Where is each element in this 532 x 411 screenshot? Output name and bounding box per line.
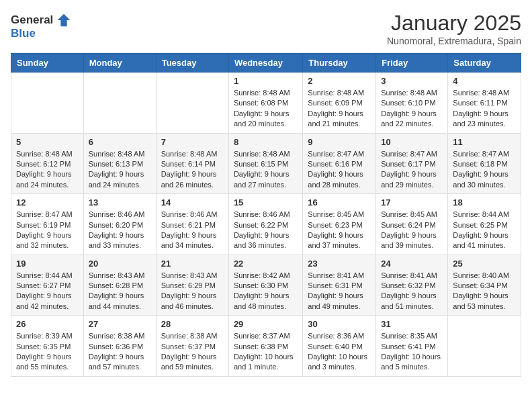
day-number: 16 — [308, 197, 371, 208]
logo-general-text: General — [11, 13, 53, 27]
day-info: Sunrise: 8:43 AM Sunset: 6:28 PM Dayligh… — [89, 271, 151, 312]
calendar-cell: 6Sunrise: 8:48 AM Sunset: 6:13 PM Daylig… — [83, 133, 156, 194]
calendar-cell — [156, 73, 228, 134]
calendar-cell: 23Sunrise: 8:41 AM Sunset: 6:31 PM Dayli… — [303, 255, 376, 316]
day-number: 6 — [89, 137, 151, 147]
calendar-cell: 17Sunrise: 8:45 AM Sunset: 6:24 PM Dayli… — [376, 194, 448, 255]
calendar-cell: 3Sunrise: 8:48 AM Sunset: 6:10 PM Daylig… — [376, 73, 448, 134]
calendar-cell: 10Sunrise: 8:47 AM Sunset: 6:17 PM Dayli… — [376, 133, 448, 194]
day-number: 8 — [234, 137, 298, 147]
day-number: 13 — [89, 197, 151, 208]
calendar-cell: 15Sunrise: 8:46 AM Sunset: 6:22 PM Dayli… — [228, 194, 302, 255]
day-info: Sunrise: 8:45 AM Sunset: 6:23 PM Dayligh… — [308, 210, 371, 251]
day-info: Sunrise: 8:45 AM Sunset: 6:24 PM Dayligh… — [381, 210, 443, 251]
day-info: Sunrise: 8:39 AM Sunset: 6:35 PM Dayligh… — [16, 331, 79, 373]
weekday-header: Wednesday — [228, 54, 302, 73]
day-info: Sunrise: 8:46 AM Sunset: 6:21 PM Dayligh… — [161, 210, 224, 251]
title-area: January 2025 Nunomoral, Extremadura, Spa… — [387, 11, 521, 46]
day-info: Sunrise: 8:44 AM Sunset: 6:25 PM Dayligh… — [453, 210, 516, 251]
calendar-week-row: 26Sunrise: 8:39 AM Sunset: 6:35 PM Dayli… — [11, 316, 521, 377]
calendar-cell: 25Sunrise: 8:40 AM Sunset: 6:34 PM Dayli… — [448, 255, 521, 316]
day-info: Sunrise: 8:48 AM Sunset: 6:11 PM Dayligh… — [453, 88, 516, 130]
calendar-cell: 11Sunrise: 8:47 AM Sunset: 6:18 PM Dayli… — [448, 133, 521, 194]
weekday-header: Saturday — [448, 54, 521, 73]
day-info: Sunrise: 8:35 AM Sunset: 6:41 PM Dayligh… — [381, 331, 443, 373]
calendar-cell: 8Sunrise: 8:48 AM Sunset: 6:15 PM Daylig… — [228, 133, 302, 194]
day-number: 29 — [234, 319, 298, 329]
day-info: Sunrise: 8:44 AM Sunset: 6:27 PM Dayligh… — [16, 271, 79, 312]
calendar-cell: 16Sunrise: 8:45 AM Sunset: 6:23 PM Dayli… — [303, 194, 376, 255]
day-number: 24 — [381, 259, 443, 269]
weekday-header: Friday — [376, 54, 448, 73]
day-info: Sunrise: 8:38 AM Sunset: 6:36 PM Dayligh… — [89, 331, 151, 373]
day-number: 17 — [381, 197, 443, 208]
calendar-cell: 13Sunrise: 8:46 AM Sunset: 6:20 PM Dayli… — [83, 194, 156, 255]
day-number: 28 — [161, 319, 224, 329]
calendar-cell — [11, 73, 84, 134]
calendar-cell — [83, 73, 156, 134]
day-info: Sunrise: 8:47 AM Sunset: 6:19 PM Dayligh… — [16, 210, 79, 251]
logo-blue-text: Blue — [11, 27, 73, 40]
calendar-week-row: 5Sunrise: 8:48 AM Sunset: 6:12 PM Daylig… — [11, 133, 521, 194]
calendar-cell: 7Sunrise: 8:48 AM Sunset: 6:14 PM Daylig… — [156, 133, 228, 194]
day-info: Sunrise: 8:37 AM Sunset: 6:38 PM Dayligh… — [234, 331, 298, 373]
calendar-cell — [448, 316, 521, 377]
day-info: Sunrise: 8:48 AM Sunset: 6:12 PM Dayligh… — [16, 149, 79, 191]
calendar-cell: 20Sunrise: 8:43 AM Sunset: 6:28 PM Dayli… — [83, 255, 156, 316]
calendar-week-row: 19Sunrise: 8:44 AM Sunset: 6:27 PM Dayli… — [11, 255, 521, 316]
calendar-cell: 19Sunrise: 8:44 AM Sunset: 6:27 PM Dayli… — [11, 255, 84, 316]
day-info: Sunrise: 8:40 AM Sunset: 6:34 PM Dayligh… — [453, 271, 516, 312]
day-number: 7 — [161, 137, 224, 147]
day-number: 2 — [308, 76, 371, 86]
day-info: Sunrise: 8:43 AM Sunset: 6:29 PM Dayligh… — [161, 271, 224, 312]
day-number: 9 — [308, 137, 371, 147]
day-number: 5 — [16, 137, 79, 147]
day-info: Sunrise: 8:47 AM Sunset: 6:18 PM Dayligh… — [453, 149, 516, 191]
calendar-week-row: 1Sunrise: 8:48 AM Sunset: 6:08 PM Daylig… — [11, 73, 521, 134]
day-number: 22 — [234, 259, 298, 269]
day-number: 10 — [381, 137, 443, 147]
calendar-cell: 9Sunrise: 8:47 AM Sunset: 6:16 PM Daylig… — [303, 133, 376, 194]
calendar-cell: 12Sunrise: 8:47 AM Sunset: 6:19 PM Dayli… — [11, 194, 84, 255]
day-number: 30 — [308, 319, 371, 329]
day-info: Sunrise: 8:41 AM Sunset: 6:32 PM Dayligh… — [381, 271, 443, 312]
day-info: Sunrise: 8:38 AM Sunset: 6:37 PM Dayligh… — [161, 331, 224, 373]
logo: General Blue — [11, 11, 73, 40]
weekday-header: Thursday — [303, 54, 376, 73]
calendar-cell: 26Sunrise: 8:39 AM Sunset: 6:35 PM Dayli… — [11, 316, 84, 377]
day-info: Sunrise: 8:47 AM Sunset: 6:17 PM Dayligh… — [381, 149, 443, 191]
day-info: Sunrise: 8:47 AM Sunset: 6:16 PM Dayligh… — [308, 149, 371, 191]
day-info: Sunrise: 8:42 AM Sunset: 6:30 PM Dayligh… — [234, 271, 298, 312]
calendar-cell: 18Sunrise: 8:44 AM Sunset: 6:25 PM Dayli… — [448, 194, 521, 255]
calendar-cell: 31Sunrise: 8:35 AM Sunset: 6:41 PM Dayli… — [376, 316, 448, 377]
day-info: Sunrise: 8:46 AM Sunset: 6:22 PM Dayligh… — [234, 210, 298, 251]
day-info: Sunrise: 8:48 AM Sunset: 6:14 PM Dayligh… — [161, 149, 224, 191]
calendar-cell: 28Sunrise: 8:38 AM Sunset: 6:37 PM Dayli… — [156, 316, 228, 377]
day-info: Sunrise: 8:48 AM Sunset: 6:08 PM Dayligh… — [234, 88, 298, 130]
day-info: Sunrise: 8:48 AM Sunset: 6:13 PM Dayligh… — [89, 149, 151, 191]
day-info: Sunrise: 8:48 AM Sunset: 6:10 PM Dayligh… — [381, 88, 443, 130]
calendar-cell: 29Sunrise: 8:37 AM Sunset: 6:38 PM Dayli… — [228, 316, 302, 377]
weekday-header: Tuesday — [156, 54, 228, 73]
day-number: 4 — [453, 76, 516, 86]
day-number: 23 — [308, 259, 371, 269]
day-info: Sunrise: 8:36 AM Sunset: 6:40 PM Dayligh… — [308, 331, 371, 373]
calendar-cell: 2Sunrise: 8:48 AM Sunset: 6:09 PM Daylig… — [303, 73, 376, 134]
header: General Blue January 2025 Nunomoral, Ext… — [11, 11, 521, 46]
day-number: 26 — [16, 319, 79, 329]
calendar-cell: 30Sunrise: 8:36 AM Sunset: 6:40 PM Dayli… — [303, 316, 376, 377]
weekday-header-row: SundayMondayTuesdayWednesdayThursdayFrid… — [11, 54, 521, 73]
calendar-subtitle: Nunomoral, Extremadura, Spain — [387, 36, 521, 46]
weekday-header: Sunday — [11, 54, 84, 73]
day-number: 15 — [234, 197, 298, 208]
day-number: 25 — [453, 259, 516, 269]
calendar-cell: 4Sunrise: 8:48 AM Sunset: 6:11 PM Daylig… — [448, 73, 521, 134]
calendar-week-row: 12Sunrise: 8:47 AM Sunset: 6:19 PM Dayli… — [11, 194, 521, 255]
day-number: 11 — [453, 137, 516, 147]
day-info: Sunrise: 8:48 AM Sunset: 6:09 PM Dayligh… — [308, 88, 371, 130]
day-number: 3 — [381, 76, 443, 86]
calendar-title: January 2025 — [387, 11, 521, 36]
day-number: 18 — [453, 197, 516, 208]
calendar-cell: 27Sunrise: 8:38 AM Sunset: 6:36 PM Dayli… — [83, 316, 156, 377]
calendar-cell: 21Sunrise: 8:43 AM Sunset: 6:29 PM Dayli… — [156, 255, 228, 316]
